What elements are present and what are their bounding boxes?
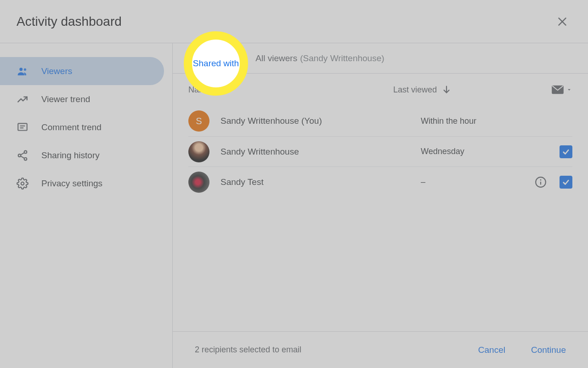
footer-status: 2 recipients selected to email xyxy=(195,345,301,355)
share-icon xyxy=(17,150,28,161)
svg-point-8 xyxy=(18,154,21,157)
tab-all-viewers[interactable]: All viewers (Sandy Writtenhouse) xyxy=(255,43,384,73)
continue-button[interactable]: Continue xyxy=(531,345,566,355)
footer: 2 recipients selected to email Cancel Co… xyxy=(173,331,588,368)
check-icon xyxy=(562,178,570,186)
viewer-name: Sandy Writtenhouse xyxy=(220,147,421,157)
col-header-last-viewed[interactable]: Last viewed xyxy=(393,85,522,95)
gear-icon xyxy=(17,178,28,190)
people-icon xyxy=(17,65,28,77)
sidebar-item-label: Sharing history xyxy=(41,150,100,161)
sidebar-item-privacy-settings[interactable]: Privacy settings xyxy=(0,169,164,197)
dialog-header: Activity dashboard xyxy=(0,0,588,43)
svg-line-10 xyxy=(21,152,24,155)
trend-icon xyxy=(17,93,28,105)
viewer-name: Sandy Writtenhouse (You) xyxy=(220,116,421,126)
sidebar-item-label: Viewers xyxy=(41,66,72,76)
col-header-label: Last viewed xyxy=(393,85,437,95)
cancel-button[interactable]: Cancel xyxy=(478,345,505,355)
sidebar-item-comment-trend[interactable]: Comment trend xyxy=(0,113,164,141)
close-icon xyxy=(556,16,568,28)
chevron-down-icon xyxy=(566,86,572,93)
email-dropdown-button[interactable] xyxy=(551,85,572,95)
viewer-name: Sandy Test xyxy=(220,177,421,187)
annotation-highlight-circle: Shared with xyxy=(184,31,248,96)
sidebar-item-label: Comment trend xyxy=(41,122,102,132)
comment-icon xyxy=(17,121,28,133)
last-viewed: – xyxy=(421,177,522,187)
sidebar-item-label: Viewer trend xyxy=(41,94,90,104)
email-icon xyxy=(551,85,564,95)
info-icon[interactable] xyxy=(535,176,547,188)
check-icon xyxy=(562,148,570,156)
last-viewed: Wednesday xyxy=(421,147,522,156)
table-row: Sandy Test – xyxy=(188,167,572,197)
svg-point-3 xyxy=(24,68,26,70)
tab-sublabel: (Sandy Writtenhouse) xyxy=(300,53,384,63)
sidebar-item-label: Privacy settings xyxy=(41,178,102,189)
sidebar: Viewers Viewer trend Comment trend Shari… xyxy=(0,43,172,368)
svg-point-17 xyxy=(540,179,542,180)
svg-point-7 xyxy=(24,150,27,153)
arrow-down-icon xyxy=(441,85,452,95)
svg-rect-4 xyxy=(18,123,27,130)
tab-label: All viewers xyxy=(255,53,297,63)
main-panel: Shared with All viewers (Sandy Writtenho… xyxy=(172,43,588,368)
avatar xyxy=(188,172,209,193)
svg-point-2 xyxy=(19,68,23,71)
svg-point-12 xyxy=(21,182,24,185)
sidebar-item-viewers[interactable]: Viewers xyxy=(0,57,164,85)
table-row: S Sandy Writtenhouse (You) Within the ho… xyxy=(188,106,572,136)
sidebar-item-sharing-history[interactable]: Sharing history xyxy=(0,141,164,169)
avatar xyxy=(188,141,209,162)
select-checkbox[interactable] xyxy=(560,145,572,158)
avatar: S xyxy=(188,110,209,132)
last-viewed: Within the hour xyxy=(421,116,522,126)
select-checkbox[interactable] xyxy=(560,176,572,189)
page-title: Activity dashboard xyxy=(17,14,122,29)
close-button[interactable] xyxy=(553,12,571,31)
sidebar-item-viewer-trend[interactable]: Viewer trend xyxy=(0,85,164,113)
table-row: Sandy Writtenhouse Wednesday xyxy=(188,136,572,167)
svg-line-11 xyxy=(21,156,24,158)
table-body: S Sandy Writtenhouse (You) Within the ho… xyxy=(173,106,588,197)
svg-point-9 xyxy=(24,157,27,160)
